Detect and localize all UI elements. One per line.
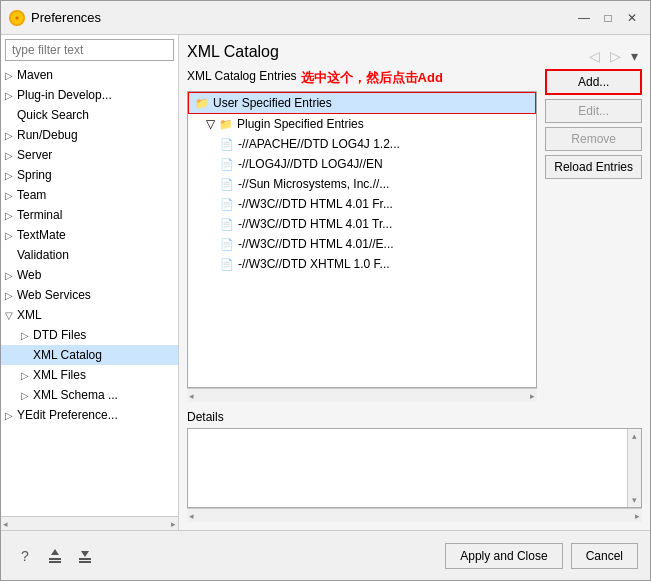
sidebar-item-dtd[interactable]: ▷ DTD Files [1, 325, 178, 345]
catalog-tree[interactable]: 📁 User Specified Entries ▽ 📁 Plugin Spec… [187, 91, 537, 388]
sidebar-item-rundebug[interactable]: ▷ Run/Debug [1, 125, 178, 145]
sidebar-item-label: Validation [17, 248, 69, 262]
sidebar-item-spring[interactable]: ▷ Spring [1, 165, 178, 185]
sidebar-item-maven[interactable]: ▷ Maven [1, 65, 178, 85]
tree-item-w3c-tr[interactable]: 📄 -//W3C//DTD HTML 4.01 Tr... [188, 214, 536, 234]
main-area: ▷ Maven ▷ Plug-in Develop... ▷ Quick Sea… [1, 35, 650, 530]
sidebar-item-label: Server [17, 148, 52, 162]
details-box: ▴ ▾ [187, 428, 642, 508]
reload-button[interactable]: Reload Entries [545, 155, 642, 179]
sidebar-item-webservices[interactable]: ▷ Web Services [1, 285, 178, 305]
scroll-right-icon: ▸ [530, 391, 535, 401]
import-button[interactable] [73, 544, 97, 568]
details-v-scrollbar[interactable]: ▴ ▾ [627, 429, 641, 507]
sidebar-item-plugin[interactable]: ▷ Plug-in Develop... [1, 85, 178, 105]
sidebar-item-web[interactable]: ▷ Web [1, 265, 178, 285]
sidebar-item-label: Maven [17, 68, 53, 82]
sidebar-item-label: Terminal [17, 208, 62, 222]
cancel-button[interactable]: Cancel [571, 543, 638, 569]
tree-item-label: Plugin Specified Entries [237, 117, 364, 131]
sidebar-item-label: XML [17, 308, 42, 322]
doc-icon: 📄 [220, 138, 234, 151]
catalog-section: XML Catalog Entries 选中这个，然后点击Add 📁 User … [187, 69, 642, 402]
details-h-scrollbar[interactable]: ◂ ▸ [187, 508, 642, 522]
scroll-left-icon: ◂ [189, 511, 194, 521]
sidebar-item-quicksearch[interactable]: ▷ Quick Search [1, 105, 178, 125]
sidebar-item-label: XML Schema ... [33, 388, 118, 402]
arrow-icon: ▷ [21, 370, 29, 381]
svg-rect-4 [79, 558, 91, 560]
nav-buttons: ◁ ▷ ▾ [585, 46, 642, 66]
sidebar-item-label: Web Services [17, 288, 91, 302]
add-button[interactable]: Add... [545, 69, 642, 95]
sidebar-item-validation[interactable]: ▷ Validation [1, 245, 178, 265]
svg-rect-1 [49, 558, 61, 560]
back-button[interactable]: ◁ [585, 46, 604, 66]
tree-item-user-specified[interactable]: 📁 User Specified Entries [188, 92, 536, 114]
scroll-down-icon: ▾ [632, 495, 637, 505]
tree-item-w3c-xhtml[interactable]: 📄 -//W3C//DTD XHTML 1.0 F... [188, 254, 536, 274]
tree-item-w3c-e[interactable]: 📄 -//W3C//DTD HTML 4.01//E... [188, 234, 536, 254]
sidebar-item-xmlfiles[interactable]: ▷ XML Files [1, 365, 178, 385]
filter-input[interactable] [5, 39, 174, 61]
sidebar-item-label: YEdit Preference... [17, 408, 118, 422]
help-button[interactable]: ? [13, 544, 37, 568]
sidebar-item-xmlschema[interactable]: ▷ XML Schema ... [1, 385, 178, 405]
minimize-button[interactable]: — [574, 8, 594, 28]
sidebar-item-team[interactable]: ▷ Team [1, 185, 178, 205]
sidebar-item-yedit[interactable]: ▷ YEdit Preference... [1, 405, 178, 425]
page-title: XML Catalog [187, 43, 279, 61]
sidebar-item-label: XML Catalog [33, 348, 102, 362]
title-bar-left: Preferences [9, 10, 101, 26]
arrow-icon: ▷ [21, 330, 29, 341]
sidebar-item-textmate[interactable]: ▷ TextMate [1, 225, 178, 245]
sidebar-item-xmlcatalog[interactable]: ▷ XML Catalog [1, 345, 178, 365]
doc-icon: 📄 [220, 198, 234, 211]
sidebar-item-xml[interactable]: ▽ XML [1, 305, 178, 325]
sidebar-h-scrollbar[interactable]: ◂ ▸ [1, 516, 178, 530]
maximize-button[interactable]: □ [598, 8, 618, 28]
svg-rect-5 [79, 561, 91, 563]
arrow-icon: ▷ [5, 90, 13, 101]
tree-item-label: -//Sun Microsystems, Inc.//... [238, 177, 389, 191]
catalog-left: XML Catalog Entries 选中这个，然后点击Add 📁 User … [187, 69, 537, 402]
dropdown-button[interactable]: ▾ [627, 46, 642, 66]
sidebar-item-label: Quick Search [17, 108, 89, 122]
doc-icon: 📄 [220, 218, 234, 231]
details-label: Details [187, 410, 642, 424]
catalog-h-scrollbar[interactable]: ◂ ▸ [187, 388, 537, 402]
export-button[interactable] [43, 544, 67, 568]
scroll-right-icon: ▸ [171, 519, 176, 529]
tree-item-w3c-fr[interactable]: 📄 -//W3C//DTD HTML 4.01 Fr... [188, 194, 536, 214]
tree-item-label: -//LOG4J//DTD LOG4J//EN [238, 157, 383, 171]
tree-item-label: User Specified Entries [213, 96, 332, 110]
preferences-window: Preferences — □ ✕ ▷ Maven ▷ Plug-in Deve… [0, 0, 651, 581]
sidebar-list: ▷ Maven ▷ Plug-in Develop... ▷ Quick Sea… [1, 65, 178, 516]
arrow-icon: ▽ [206, 117, 215, 131]
sidebar-item-label: Team [17, 188, 46, 202]
tree-item-label: -//W3C//DTD XHTML 1.0 F... [238, 257, 390, 271]
tree-item-label: -//W3C//DTD HTML 4.01 Tr... [238, 217, 392, 231]
remove-button[interactable]: Remove [545, 127, 642, 151]
sidebar-item-label: TextMate [17, 228, 66, 242]
sidebar-item-label: Spring [17, 168, 52, 182]
tree-item-sun[interactable]: 📄 -//Sun Microsystems, Inc.//... [188, 174, 536, 194]
sidebar-item-server[interactable]: ▷ Server [1, 145, 178, 165]
arrow-icon: ▷ [5, 130, 13, 141]
edit-button[interactable]: Edit... [545, 99, 642, 123]
tree-item-apache-log4j[interactable]: 📄 -//APACHE//DTD LOG4J 1.2... [188, 134, 536, 154]
arrow-icon: ▷ [5, 150, 13, 161]
tree-item-label: -//APACHE//DTD LOG4J 1.2... [238, 137, 400, 151]
folder-icon: 📁 [195, 97, 209, 110]
close-button[interactable]: ✕ [622, 8, 642, 28]
arrow-icon: ▷ [5, 230, 13, 241]
tree-item-log4j-en[interactable]: 📄 -//LOG4J//DTD LOG4J//EN [188, 154, 536, 174]
scroll-left-icon: ◂ [189, 391, 194, 401]
window-title: Preferences [31, 10, 101, 25]
tree-item-plugin-specified[interactable]: ▽ 📁 Plugin Specified Entries [188, 114, 536, 134]
arrow-icon: ▷ [5, 70, 13, 81]
forward-button[interactable]: ▷ [606, 46, 625, 66]
apply-close-button[interactable]: Apply and Close [445, 543, 562, 569]
annotation-text: 选中这个，然后点击Add [301, 69, 443, 87]
sidebar-item-terminal[interactable]: ▷ Terminal [1, 205, 178, 225]
